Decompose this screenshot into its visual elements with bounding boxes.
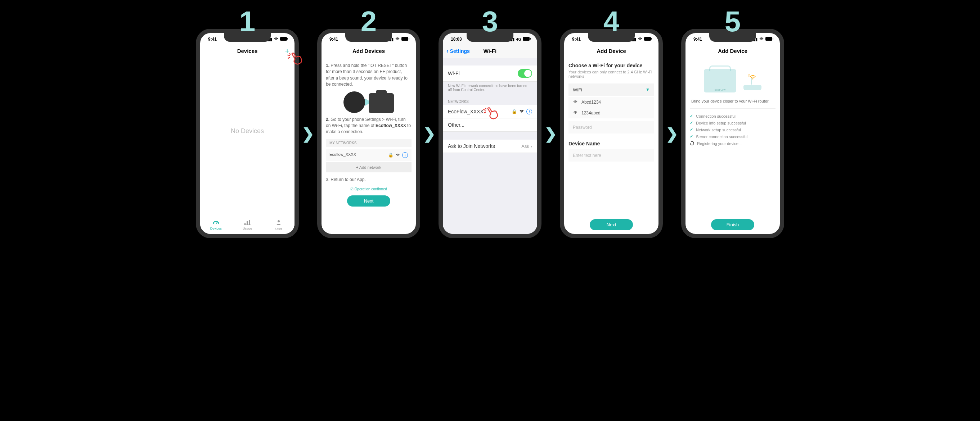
battery-icon [280, 37, 288, 41]
tab-usage[interactable]: Usage [232, 216, 263, 234]
step-4: 4 9:41 ▮▮▮▮ Add Device Choose a Wi-Fi fo… [560, 7, 663, 238]
add-network-button[interactable]: + Add network [326, 162, 412, 172]
ssid: EcoFlow_XXXX [448, 109, 484, 114]
status-time: 9:41 [572, 37, 581, 42]
bars-icon [244, 220, 251, 226]
tab-user[interactable]: User [263, 216, 294, 234]
chevron-right-icon: ❯ [302, 125, 314, 143]
status-item: ✓ Connection successful [690, 114, 775, 118]
svg-point-16 [752, 78, 754, 79]
checkbox-icon: ☑ [350, 187, 353, 191]
step-number: 1 [239, 7, 256, 36]
step-5: 5 9:41 ▮▮▮▮ Add Device [681, 7, 784, 238]
wifi-icon [759, 37, 764, 41]
header: ‹ Settings Wi-Fi [443, 44, 537, 58]
info-icon[interactable]: i [527, 109, 532, 114]
device-name-label: Device Name [568, 141, 654, 146]
page-title: Wi-Fi [484, 48, 497, 54]
next-button[interactable]: Next [590, 219, 633, 230]
wifi-select[interactable]: WiFi ▼ [568, 84, 654, 96]
steps-row: 1 9:41 ▮▮▮▮ Devices + N [3, 7, 977, 238]
wifi-icon [573, 100, 578, 105]
ask-to-join-row[interactable]: Ask to Join Networks Ask › [443, 140, 537, 153]
password-input[interactable]: Password [568, 121, 654, 133]
ask-label: Ask to Join Networks [448, 143, 495, 149]
step-1: 1 9:41 ▮▮▮▮ Devices + N [196, 7, 299, 238]
ask-value: Ask › [521, 144, 532, 149]
svg-rect-4 [247, 221, 248, 224]
svg-rect-11 [530, 38, 531, 40]
other-label: Other... [448, 122, 465, 128]
info-icon[interactable]: i [402, 152, 408, 158]
ecoflow-device-icon [704, 69, 736, 92]
wifi-label: Wi-Fi [448, 70, 460, 76]
ef-device-icon [369, 93, 394, 113]
chevron-right-icon: ❯ [423, 125, 436, 143]
router-icon [743, 85, 762, 90]
battery-icon [644, 37, 652, 41]
lock-icon: 🔒 [388, 153, 393, 157]
network-row-ecoflow[interactable]: EcoFlow_XXXX 🔒 i [443, 105, 537, 118]
status-item: Registering your device... [690, 141, 775, 146]
svg-rect-9 [409, 38, 409, 40]
wifi-icon [573, 110, 578, 116]
header: Add Devices [321, 44, 416, 58]
svg-rect-1 [287, 38, 288, 40]
chevron-right-icon: ❯ [666, 125, 678, 143]
chevron-down-icon: ▼ [646, 87, 650, 92]
wifi-icon [396, 153, 400, 157]
finish-button[interactable]: Finish [711, 219, 754, 230]
back-button[interactable]: ‹ Settings [446, 48, 470, 55]
body: Bring your device closer to your Wi-Fi r… [686, 58, 780, 234]
step-number: 2 [361, 7, 377, 36]
battery-icon [401, 37, 409, 41]
wifi-option[interactable]: Abcd1234 [568, 97, 654, 108]
status-item: ✓ Network setup successful [690, 127, 775, 132]
choose-wifi-heading: Choose a Wi-Fi for your device [568, 63, 654, 68]
wifi-icon [519, 109, 524, 114]
wifi-select-label: WiFi [573, 87, 582, 92]
phone-frame: 18:03 ▮▮▮▮ 4G ‹ Settings Wi-Fi Wi-Fi [439, 29, 541, 238]
phone-frame: 9:41 ▮▮▮▮ Add Device Choose a Wi-Fi for … [560, 29, 663, 238]
status-time: 9:41 [329, 37, 338, 42]
ssid: 1234abcd [581, 110, 601, 116]
body: 1. Press and hold the "IOT RESET" button… [321, 58, 416, 216]
status-item: ✓ Server connection successful [690, 134, 775, 139]
wifi-icon [395, 37, 400, 41]
battery-icon [765, 37, 773, 41]
wifi-toggle[interactable] [518, 69, 532, 78]
device-name-input[interactable]: Enter text here [568, 149, 654, 162]
svg-point-7 [278, 220, 280, 222]
page-title: Add Device [718, 48, 748, 54]
iot-reset-button-icon [344, 91, 365, 113]
svg-rect-15 [773, 38, 773, 40]
chevron-right-icon: ❯ [544, 125, 557, 143]
spinner-icon [690, 141, 694, 146]
empty-state: No Devices [205, 127, 290, 135]
operation-confirmed-checkbox[interactable]: ☑ Operation confirmed [326, 187, 412, 191]
wifi-option[interactable]: 1234abcd [568, 108, 654, 118]
notch [224, 32, 271, 42]
network-row[interactable]: Ecoflow_XXXX 🔒 i [326, 149, 412, 161]
battery-icon [523, 37, 531, 41]
tab-devices[interactable]: Devices [200, 216, 232, 234]
instruction-1: 1. Press and hold the "IOT RESET" button… [326, 63, 412, 88]
other-network-row[interactable]: Other... [443, 118, 537, 132]
status-item: ✓ Device info setup successful [690, 121, 775, 125]
svg-rect-10 [523, 37, 530, 41]
lock-icon: 🔒 [512, 109, 517, 114]
my-networks-label: MY NETWORKS [326, 139, 412, 147]
svg-rect-0 [280, 37, 287, 41]
ssid: Ecoflow_XXXX [329, 152, 356, 158]
header: Add Device [686, 44, 780, 58]
header: Devices + [200, 44, 294, 58]
add-device-button[interactable]: + [285, 46, 290, 56]
next-button[interactable]: Next [347, 195, 390, 207]
instruction-2: 2. Go to your phone Settings > Wi-Fi, tu… [326, 117, 412, 135]
wifi-signal-icon [749, 74, 756, 81]
wifi-toggle-row: Wi-Fi [443, 65, 537, 82]
chevron-right-icon: › [531, 144, 532, 149]
svg-rect-3 [245, 223, 245, 224]
instruction-3: 3. Return to our App. [326, 177, 412, 183]
svg-line-2 [216, 222, 218, 224]
